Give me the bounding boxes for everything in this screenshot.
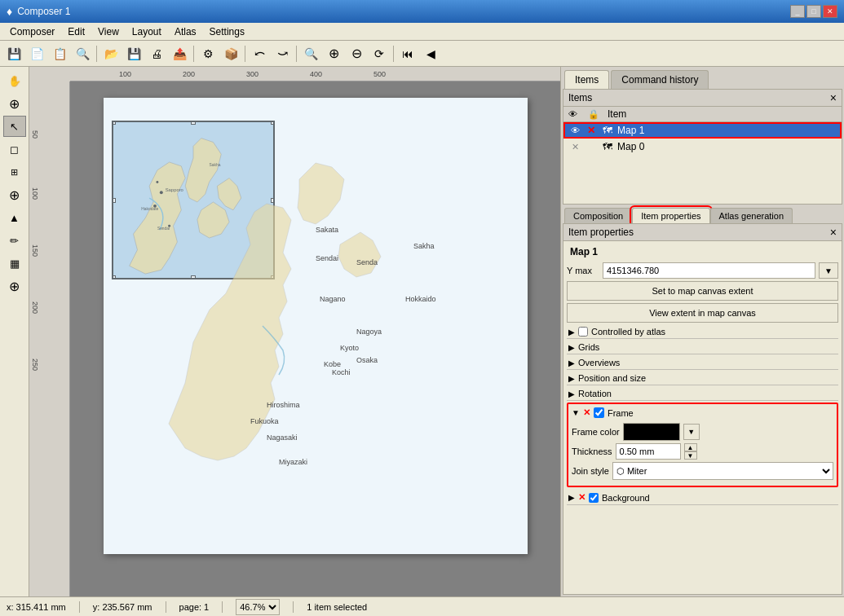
item-x-map1: ✕: [585, 124, 598, 137]
refresh-button[interactable]: ⟳: [369, 44, 390, 64]
zoom-tool[interactable]: ⊕: [3, 93, 26, 114]
zoom-full-button[interactable]: 🔍: [300, 44, 321, 64]
canvas-inner: Sapporo Hakodate Sendai Sakha: [70, 81, 560, 596]
join-style-label: Join style: [572, 466, 609, 476]
toolbar-separator-3: [245, 46, 245, 62]
menu-view[interactable]: View: [91, 24, 126, 39]
join-style-select[interactable]: ⬡ Miter Round Bevel: [612, 462, 833, 480]
items-col-headers: 👁 🔒 Item: [563, 107, 842, 122]
tab-atlas-generation[interactable]: Atlas generation: [710, 208, 793, 223]
svg-text:Miyazaki: Miyazaki: [279, 458, 307, 466]
svg-text:Hiroshima: Hiroshima: [267, 401, 300, 409]
tab-item-properties[interactable]: Item properties: [632, 208, 709, 223]
maximize-button[interactable]: □: [806, 5, 821, 18]
set-map-canvas-extent-button[interactable]: Set to map canvas extent: [567, 281, 838, 301]
atlas-nav-prev[interactable]: ◀: [420, 44, 441, 64]
menu-composer[interactable]: Composer: [3, 24, 61, 39]
background-x-btn[interactable]: ✕: [578, 492, 585, 503]
frame-color-row: Frame color ▼: [572, 423, 833, 441]
list-item-map0[interactable]: ✕ 🗺 Map 0: [563, 139, 842, 155]
menu-atlas[interactable]: Atlas: [168, 24, 203, 39]
duplicate-button[interactable]: 📋: [49, 44, 70, 64]
atlas-section-label: Controlled by atlas: [591, 327, 665, 337]
background-section-label: Background: [602, 493, 650, 503]
position-size-section[interactable]: ▶ Position and size: [567, 372, 838, 385]
grids-section[interactable]: ▶ Grids: [567, 341, 838, 354]
add-legend-tool[interactable]: ✏: [3, 230, 26, 251]
col-lock-icon: 🔒: [588, 109, 604, 120]
status-sep-3: [222, 601, 223, 613]
ymax-input[interactable]: [603, 262, 815, 279]
thickness-spin-down[interactable]: ▼: [684, 451, 697, 460]
add-scalebar-tool[interactable]: ▦: [3, 253, 26, 274]
settings-button[interactable]: ⚙: [197, 44, 219, 64]
select-tool[interactable]: ↖: [3, 116, 26, 137]
item-eye-map0[interactable]: ✕: [568, 140, 581, 153]
frame-checkbox[interactable]: [594, 407, 604, 418]
print-button[interactable]: 🖨: [146, 44, 167, 64]
pan-tool[interactable]: ✋: [3, 70, 26, 91]
toolbar-separator-4: [296, 46, 297, 62]
overviews-section-label: Overviews: [578, 358, 620, 367]
add-label-tool[interactable]: ▲: [3, 207, 26, 228]
frame-color-dropdown[interactable]: ▼: [683, 424, 700, 440]
tab-command-history[interactable]: Command history: [611, 70, 709, 89]
new-button[interactable]: 📄: [26, 44, 47, 64]
overviews-section[interactable]: ▶ Overviews: [567, 356, 838, 370]
item-lock-map0: [585, 140, 598, 153]
property-tabs: Composition Item properties Atlas genera…: [561, 205, 844, 223]
atlas-checkbox[interactable]: [578, 327, 588, 337]
thickness-label: Thickness: [572, 447, 612, 456]
left-toolbar: ✋ ⊕ ↖ ◻ ⊞ ⊕ ▲ ✏ ▦ ⊕: [0, 67, 29, 596]
tab-items[interactable]: Items: [564, 70, 609, 89]
frame-section-label: Frame: [608, 408, 634, 418]
grids-section-label: Grids: [578, 342, 599, 352]
minimize-button[interactable]: _: [790, 5, 805, 18]
status-sep-1: [79, 601, 80, 613]
controlled-by-atlas-section[interactable]: ▶ Controlled by atlas: [567, 325, 838, 339]
atlas-button[interactable]: 📦: [220, 44, 241, 64]
add-arrow-tool[interactable]: ⊕: [3, 275, 26, 297]
add-image-tool[interactable]: ⊕: [3, 184, 26, 205]
export-button[interactable]: 📤: [169, 44, 190, 64]
tab-composition[interactable]: Composition: [564, 208, 632, 223]
canvas-area[interactable]: 100 200 300 400 500 50 100 150 200 250: [29, 67, 560, 596]
background-section[interactable]: ▶ ✕ Background: [567, 491, 838, 505]
grids-expand-icon: ▶: [568, 343, 575, 352]
list-item-map1[interactable]: 👁 ✕ 🗺 Map 1: [563, 122, 842, 139]
rotation-section-label: Rotation: [578, 389, 612, 398]
open-button[interactable]: 📂: [100, 44, 122, 64]
background-checkbox[interactable]: [589, 493, 599, 503]
frame-thickness-row: Thickness ▲ ▼: [572, 443, 833, 460]
rotation-section[interactable]: ▶ Rotation: [567, 387, 838, 401]
zoom-selector[interactable]: 46.7% 25% 50% 75% 100%: [236, 599, 280, 615]
menu-edit[interactable]: Edit: [61, 24, 91, 39]
items-panel-title: Items: [568, 92, 592, 103]
menu-layout[interactable]: Layout: [126, 24, 168, 39]
close-button[interactable]: ✕: [823, 5, 837, 18]
save-button[interactable]: 💾: [3, 44, 24, 64]
zoom-out-button[interactable]: ⊖: [346, 44, 367, 64]
draw-rect-tool[interactable]: ◻: [3, 139, 26, 160]
redo-button[interactable]: ⤻: [272, 44, 293, 64]
item-props-close[interactable]: ×: [830, 226, 837, 239]
ruler-mark-v-150: 150: [31, 244, 39, 257]
add-map-tool[interactable]: ⊞: [3, 161, 26, 183]
menu-settings[interactable]: Settings: [203, 24, 251, 39]
atlas-nav-first[interactable]: ⏮: [397, 44, 418, 64]
undo-button[interactable]: ⤺: [249, 44, 270, 64]
title-bar-left: ♦ Composer 1: [7, 5, 71, 18]
frame-color-button[interactable]: [623, 423, 680, 441]
thickness-spin-up[interactable]: ▲: [684, 443, 697, 451]
items-panel-close[interactable]: ×: [830, 91, 837, 104]
view-extent-map-canvas-button[interactable]: View extent in map canvas: [567, 303, 838, 323]
print-preview-button[interactable]: 🔍: [72, 44, 93, 64]
item-eye-map1[interactable]: 👁: [568, 124, 581, 137]
zoom-in-button[interactable]: ⊕: [323, 44, 344, 64]
thickness-input[interactable]: [616, 443, 681, 460]
status-y: y: 235.567 mm: [93, 602, 152, 612]
frame-x-btn[interactable]: ✕: [583, 407, 590, 418]
status-sep-4: [293, 601, 294, 613]
save2-button[interactable]: 💾: [123, 44, 144, 64]
ymax-dropdown[interactable]: ▼: [819, 262, 838, 279]
